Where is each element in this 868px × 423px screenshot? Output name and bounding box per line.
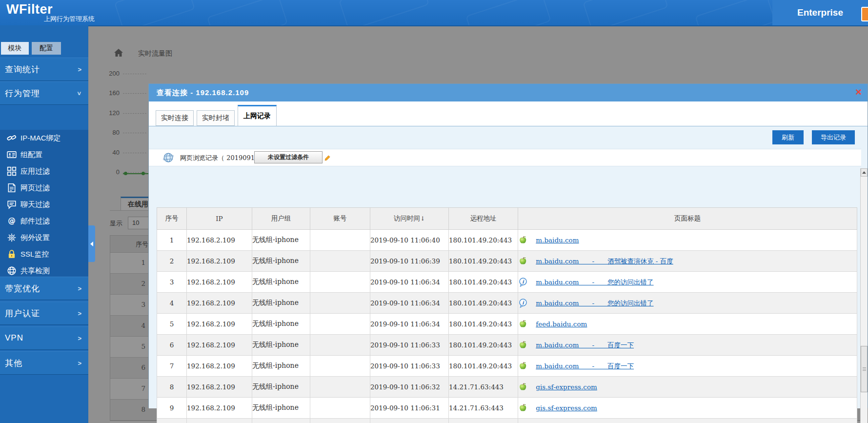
cell-account (310, 356, 370, 377)
sidebar-item-gear[interactable]: 例外设置 (0, 229, 88, 246)
page-title-link[interactable]: m.baidu.com - 酒驾被查演休克 - 百度 (536, 257, 673, 265)
sidebar-item-grid[interactable]: 应用过滤 (0, 163, 88, 180)
cell-no: 1 (157, 230, 187, 251)
sidebar-group[interactable]: VPN > (0, 326, 88, 350)
cell-no: 7 (157, 356, 187, 377)
table-header-row: 序号IP用户组账号访问时间↓远程地址页面标题 (157, 208, 857, 230)
sidebar-group[interactable]: 其他 > (0, 351, 88, 375)
browsing-history-table: 序号IP用户组账号访问时间↓远程地址页面标题 1 192.168.2.109 无… (157, 207, 857, 423)
chevron-down-icon: > (76, 91, 83, 95)
cell-time: 2019-09-10 11:06:03 (370, 419, 449, 423)
sidebar-item-lock[interactable]: SSL监控 (0, 246, 88, 262)
export-button[interactable]: 导出记录 (812, 130, 855, 144)
history-row[interactable]: 3 192.168.2.109 无线组-iphone 2019-09-10 11… (157, 272, 857, 293)
top-header: WFilter 上网行为管理系统 Enterprise (0, 0, 868, 26)
history-row[interactable]: 5 192.168.2.109 无线组-iphone 2019-09-10 11… (157, 314, 857, 335)
tab-modules[interactable]: 模块 (1, 42, 29, 55)
chevron-right-icon: > (78, 360, 81, 367)
scrollbar[interactable] (860, 168, 868, 423)
cell-ip: 192.168.2.109 (187, 272, 252, 293)
sidebar-item-id-card[interactable]: 组配置 (0, 146, 88, 163)
close-icon[interactable]: × (855, 86, 862, 98)
subitem-icon (7, 166, 17, 176)
cell-account (310, 251, 370, 272)
scrollbar-thumb[interactable] (861, 346, 868, 392)
col-header-4[interactable]: 访问时间↓ (370, 208, 449, 230)
cell-account (310, 377, 370, 398)
cell-user-group: 无线组-iphone (252, 377, 310, 398)
history-row[interactable]: 10 192.168.2.109 无线组-iphone 2019-09-10 1… (157, 419, 857, 423)
history-row[interactable]: 4 192.168.2.109 无线组-iphone 2019-09-10 11… (157, 293, 857, 314)
page-title-link[interactable]: gis.sf-express.com (536, 383, 597, 391)
cell-user-group: 无线组-iphone (252, 251, 310, 272)
cell-page-title: feed.baidu.com (518, 314, 857, 335)
cell-account (310, 419, 370, 423)
sidebar-item-webpage[interactable]: 网页过滤 (0, 180, 88, 196)
notification-icon[interactable] (861, 7, 868, 21)
col-header-1: IP (187, 208, 252, 230)
subitem-icon (7, 200, 17, 209)
sidebar-item-at[interactable]: @ 邮件过滤 (0, 213, 88, 229)
cell-ip: 192.168.2.109 (187, 230, 252, 251)
cell-user-group: 无线组-iphone (252, 398, 310, 419)
apple-icon (518, 319, 528, 329)
page-title-link[interactable]: gis.sf-express.com (536, 404, 597, 412)
view-connections-dialog: 查看连接 - 192.168.2.109 × 实时连接实时封堵上网记录 刷新 导… (148, 83, 868, 408)
page-title-link[interactable]: m.baidu.com - 百度一下 (536, 362, 634, 370)
filter-condition-button[interactable]: 未设置过滤条件 (254, 151, 323, 163)
sidebar-submenu: IP-MAC绑定 组配置 应用过滤 网页过滤 聊天过滤 @ 邮件过滤 例外设置 … (0, 130, 88, 296)
cell-time: 2019-09-10 11:06:34 (370, 314, 449, 335)
history-row[interactable]: 7 192.168.2.109 无线组-iphone 2019-09-10 11… (157, 356, 857, 377)
cell-user-group: 无线组-iphone (252, 335, 310, 356)
sidebar-item-link[interactable]: IP-MAC绑定 (0, 130, 88, 146)
cell-no: 6 (157, 335, 187, 356)
cell-user-group: 无线组-iphone (252, 230, 310, 251)
sidebar-group-behavior-mgmt[interactable]: 行为管理 > (0, 81, 88, 105)
cell-remote: 180.101.49.20:443 (449, 230, 518, 251)
chevron-right-icon: > (78, 335, 81, 342)
sidebar: 模块 配置 查询统计 > 行为管理 > IP-MAC绑定 组配置 应用过滤 网页… (0, 25, 88, 423)
apple-icon (518, 256, 528, 266)
tab-config[interactable]: 配置 (32, 42, 61, 55)
cell-user-group: 无线组-iphone (252, 419, 310, 423)
history-row[interactable]: 2 192.168.2.109 无线组-iphone 2019-09-10 11… (157, 251, 857, 272)
page-title-link[interactable]: m.baidu.com - 您的访问出错了 (536, 299, 653, 307)
sidebar-group-query-stats[interactable]: 查询统计 > (0, 58, 88, 81)
refresh-button[interactable]: 刷新 (772, 130, 804, 144)
info-icon: i (518, 277, 528, 287)
cell-account (310, 230, 370, 251)
cell-account (310, 314, 370, 335)
cell-time: 2019-09-10 11:06:33 (370, 356, 449, 377)
svg-text:@: @ (8, 217, 16, 225)
cell-remote: 180.101.49.20:443 (449, 335, 518, 356)
page-title-link[interactable]: feed.baidu.com (536, 320, 587, 328)
cell-ip: 192.168.2.109 (187, 251, 252, 272)
apple-icon (518, 403, 528, 413)
app-subtitle: 上网行为管理系统 (44, 15, 95, 23)
scroll-up-icon[interactable] (861, 168, 868, 177)
history-row[interactable]: 6 192.168.2.109 无线组-iphone 2019-09-10 11… (157, 335, 857, 356)
history-row[interactable]: 1 192.168.2.109 无线组-iphone 2019-09-10 11… (157, 230, 857, 251)
dialog-tab-0[interactable]: 实时连接 (156, 110, 194, 126)
page-title-link[interactable]: m.baidu.com - 您的访问出错了 (536, 278, 653, 286)
web-globe-icon (162, 152, 174, 163)
sidebar-group[interactable]: 用户认证 > (0, 302, 88, 325)
header-pattern (0, 0, 868, 25)
subitem-icon (7, 133, 17, 143)
cell-account (310, 272, 370, 293)
cell-ip: 192.168.2.109 (187, 377, 252, 398)
dialog-tab-2[interactable]: 上网记录 (238, 105, 277, 126)
history-row[interactable]: 8 192.168.2.109 无线组-iphone 2019-09-10 11… (157, 377, 857, 398)
page-title-link[interactable]: m.baidu.com (536, 236, 579, 244)
dialog-tab-1[interactable]: 实时封堵 (197, 110, 235, 126)
cell-ip: 192.168.2.109 (187, 293, 252, 314)
sidebar-collapse-handle[interactable] (88, 225, 95, 262)
history-row[interactable]: 9 192.168.2.109 无线组-iphone 2019-09-10 11… (157, 398, 857, 419)
cell-user-group: 无线组-iphone (252, 272, 310, 293)
cell-ip: 192.168.2.109 (187, 419, 252, 423)
sidebar-group[interactable]: 带宽优化 > (0, 277, 88, 300)
page-title-link[interactable]: m.baidu.com - 百度一下 (536, 341, 634, 349)
apple-icon (518, 340, 528, 350)
sidebar-item-chat[interactable]: 聊天过滤 (0, 196, 88, 213)
cell-remote: 180.101.49.185:443 (449, 419, 518, 423)
